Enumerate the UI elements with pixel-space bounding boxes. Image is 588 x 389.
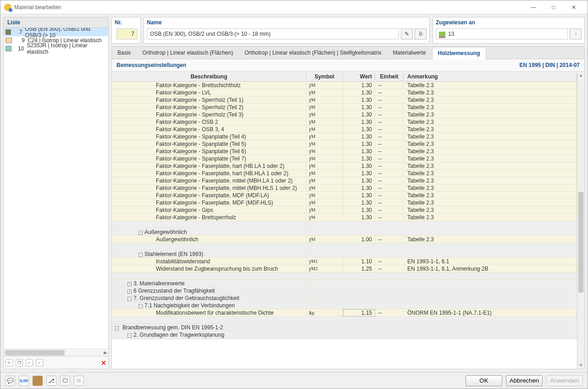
grid-header: Beschreibung Symbol Wert Einheit Anmerku… (112, 72, 577, 82)
sidebar-header: Liste (4, 17, 108, 28)
table-row[interactable]: Faktor-Kategorie - Spanplatte (Teil 7)γM… (112, 155, 577, 162)
table-row[interactable]: +6 Grenzzustand der Tragfähigkeit (112, 287, 577, 295)
nr-box: Nr. 7 (111, 17, 141, 44)
table-row[interactable] (112, 272, 577, 280)
table-row[interactable]: −7.1 Nachgiebigkeit der Verbindungen (112, 302, 577, 309)
function-icon[interactable]: fx (74, 376, 84, 386)
table-row[interactable]: −2. Grundlagen der Tragwerksplanung (112, 331, 577, 339)
table-row[interactable]: −Brandbemessung gem. DIN EN 1995-1-2 (112, 324, 577, 331)
table-row[interactable]: −7. Grenzzustand der Gebrauchstauglichke… (112, 295, 577, 302)
table-row[interactable]: Faktor-Kategorie - OSB 3, 4γM1.30--Tabel… (112, 126, 577, 133)
table-row[interactable]: Faktor-Kategorie - Sperrholz (Teil 1)γM1… (112, 96, 577, 104)
assign-box: Zugewiesen an 13 ⌖ (433, 17, 585, 44)
list-item[interactable]: 7 OSB (EN 300), OSB/2 und OSB/3 (> 10 (4, 28, 108, 36)
sidebar-toolbar: ✧ ❐ ✓ ✓ ✕ (4, 356, 108, 369)
property-grid: Beschreibung Symbol Wert Einheit Anmerku… (112, 72, 577, 369)
table-row[interactable] (112, 317, 577, 324)
table-row[interactable]: Faktor-Kategorie - Faserplatte, mittel (… (112, 177, 577, 184)
table-row[interactable]: Faktor-Kategorie - BrettsperrholzγM1.30-… (112, 214, 577, 221)
delete-icon[interactable]: ✕ (101, 359, 106, 367)
close-button[interactable]: ✕ (564, 1, 584, 14)
window-title: Material bearbeiten (14, 4, 523, 11)
name-input[interactable]: OSB (EN 300), OSB/2 und OSB/3 (> 10 - 18… (147, 28, 399, 39)
table-row[interactable]: Faktor-Kategorie - Spanplatte (Teil 4)γM… (112, 133, 577, 140)
h-scrollbar[interactable]: ◀▶ (4, 349, 108, 356)
name-box: Name OSB (EN 300), OSB/2 und OSB/3 (> 10… (144, 17, 430, 44)
props-panel: Basis Orthotrop | Linear elastisch (Fläc… (111, 46, 585, 369)
table-row[interactable]: −2.3 und 4.2.2 Faktoren für Brandschutz (112, 339, 577, 339)
table-row[interactable]: Widerstand bei Zugbeanspruchung bis zum … (112, 265, 577, 272)
table-row[interactable]: Faktor-Kategorie - OSB 2γM1.30--Tabelle … (112, 118, 577, 126)
monitor-icon[interactable]: 🖵 (60, 376, 70, 386)
material-dialog: Material bearbeiten ― □ ✕ Liste 7 OSB (E… (0, 0, 588, 389)
units-icon[interactable]: 0,00 (19, 376, 29, 386)
table-row[interactable]: Faktor-Kategorie - BrettschichtholzγM1.3… (112, 82, 577, 89)
new-icon[interactable]: ✧ (6, 359, 13, 367)
table-row[interactable]: Faktor-Kategorie - Faserplatte, mittel (… (112, 184, 577, 192)
bottom-toolbar: 💬 0,00 ⎇ 🖵 fx OK Abbrechen Anwenden (0, 372, 588, 389)
table-row[interactable]: Faktor-Kategorie - Faserplatte, hart (HB… (112, 170, 577, 177)
table-row[interactable]: Faktor-Kategorie - Spanplatte (Teil 6)γM… (112, 148, 577, 155)
tab-holz[interactable]: Holzbemessung (432, 47, 486, 59)
edit-icon[interactable]: ✎ (401, 28, 413, 39)
table-row[interactable] (112, 221, 577, 228)
flag-icon (439, 32, 445, 36)
app-icon (4, 4, 11, 11)
assign-input[interactable]: 13 (436, 28, 568, 39)
table-row[interactable]: Faktor-Kategorie - Faserplatte, hart (HB… (112, 162, 577, 170)
titlebar: Material bearbeiten ― □ ✕ (0, 0, 588, 14)
library-icon[interactable]: ⎘ (415, 28, 427, 39)
copy-icon[interactable]: ❐ (16, 359, 23, 367)
tab-ortho1[interactable]: Orthotrop | Linear elastisch (Flächen) (137, 47, 239, 59)
maximize-button[interactable]: □ (544, 1, 564, 14)
table-row[interactable]: Faktor-Kategorie - Sperrholz (Teil 2)γM1… (112, 104, 577, 111)
tab-matwerte[interactable]: Materialwerte (388, 47, 432, 59)
comment-icon[interactable]: 💬 (5, 376, 15, 386)
subheader: Bemessungseinstellungen EN 1995 | DIN | … (112, 59, 584, 72)
tab-basis[interactable]: Basis (112, 47, 137, 59)
material-color-icon[interactable] (33, 376, 43, 386)
tabbar: Basis Orthotrop | Linear elastisch (Fläc… (112, 47, 584, 59)
table-row[interactable]: Faktor-Kategorie - GipsγM1.30--Tabelle 2… (112, 206, 577, 214)
table-row[interactable]: −Stahlelement (EN 1993) (112, 250, 577, 258)
pick-icon[interactable]: ⌖ (570, 28, 582, 39)
table-row[interactable]: −Außergewöhnlich (112, 228, 577, 236)
swatch-icon (6, 29, 11, 35)
apply-button[interactable]: Anwenden (546, 375, 583, 386)
table-row[interactable]: InstabilitätswiderstandγM11.10--EN 1993-… (112, 258, 577, 265)
branch-icon[interactable]: ⎇ (46, 376, 56, 386)
list-item[interactable]: 10 S235JR | Isotrop | Linear elastisch (4, 44, 108, 53)
cancel-button[interactable]: Abbrechen (506, 375, 543, 386)
table-row[interactable]: AußergewöhnlichγM1.00--Tabelle 2.3 (112, 236, 577, 243)
material-list-panel: Liste 7 OSB (EN 300), OSB/2 und OSB/3 (>… (3, 17, 109, 369)
swatch-icon (6, 38, 12, 43)
table-row[interactable]: Faktor-Kategorie - Faserplatte, MDF (MDF… (112, 199, 577, 206)
ok-button[interactable]: OK (466, 375, 502, 386)
material-list[interactable]: 7 OSB (EN 300), OSB/2 und OSB/3 (> 10 9 … (4, 28, 108, 349)
table-row[interactable]: Modifikationsbeiwert für charakteristisc… (112, 309, 577, 317)
swatch-icon (6, 46, 11, 51)
table-row[interactable]: Faktor-Kategorie - Spanplatte (Teil 5)γM… (112, 140, 577, 148)
table-row[interactable]: Faktor-Kategorie - Sperrholz (Teil 3)γM1… (112, 111, 577, 118)
list-label: S235JR | Isotrop | Linear elastisch (27, 42, 106, 55)
minimize-button[interactable]: ― (523, 1, 544, 14)
table-row[interactable] (112, 243, 577, 250)
nr-input[interactable]: 7 (116, 28, 138, 39)
tab-ortho2[interactable]: Orthotrop | Linear elastisch (Flächen) |… (239, 47, 387, 59)
check-icon[interactable]: ✓ (26, 359, 33, 367)
table-row[interactable]: Faktor-Kategorie - Faserplatte, MDF (MDF… (112, 192, 577, 199)
v-scrollbar[interactable]: ▲▼ (577, 72, 584, 369)
check2-icon[interactable]: ✓ (36, 359, 43, 367)
table-row[interactable]: Faktor-Kategorie - LVLγM1.30--Tabelle 2.… (112, 89, 577, 96)
table-row[interactable]: +3. Materialkennwerte (112, 280, 577, 287)
